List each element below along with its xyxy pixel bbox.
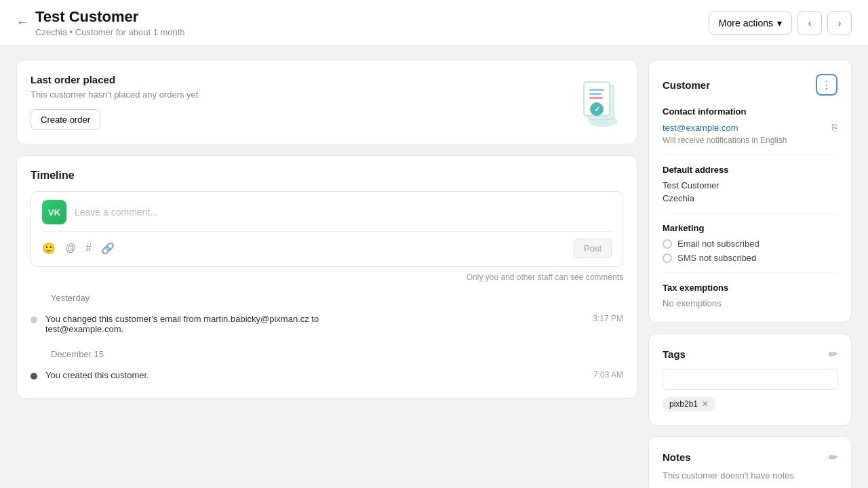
timeline-entry: You changed this customer's email from m…	[31, 310, 623, 338]
divider	[663, 213, 837, 214]
emoji-icon[interactable]: 🙂	[42, 242, 56, 255]
customer-card: Customer ⋮ Contact information test@exam…	[648, 60, 852, 323]
page-subtitle: Czechia • Customer for about 1 month	[35, 27, 185, 37]
more-actions-button[interactable]: More actions ▾	[709, 12, 792, 35]
timeline-date-yesterday: Yesterday	[51, 293, 623, 303]
staff-note: Only you and other staff can see comment…	[31, 272, 623, 282]
notes-title: Notes	[663, 451, 691, 463]
timeline-entry-time: 7:03 AM	[593, 370, 623, 380]
timeline-dot-dark	[31, 373, 37, 380]
divider	[663, 155, 837, 155]
timeline-entries: Yesterday You changed this customer's em…	[31, 293, 623, 384]
left-column: Last order placed This customer hasn't p…	[16, 60, 637, 488]
svg-rect-3	[589, 89, 604, 91]
timeline-entry-row: You created this customer. 7:03 AM	[45, 370, 623, 380]
three-dot-button[interactable]: ⋮	[816, 74, 837, 96]
comment-icons: 🙂 @ # 🔗	[42, 242, 115, 255]
email-subscription-row: Email not subscribed	[663, 239, 837, 249]
main-content: Last order placed This customer hasn't p…	[0, 46, 868, 488]
order-illustration: ✓	[569, 75, 623, 129]
next-arrow-button[interactable]: ›	[827, 11, 852, 35]
tag-badge: pixb2b1 ✕	[663, 396, 715, 411]
prev-arrow-button[interactable]: ‹	[797, 11, 822, 35]
timeline-date-dec15: December 15	[51, 349, 623, 359]
more-actions-label: More actions	[719, 18, 773, 28]
tags-title: Tags	[663, 348, 686, 360]
top-bar-right: More actions ▾ ‹ ›	[709, 11, 852, 35]
customer-card-header: Customer ⋮	[663, 74, 837, 96]
last-order-title: Last order placed	[31, 74, 198, 85]
avatar: VK	[42, 200, 66, 224]
tags-card: Tags ✏ pixb2b1 ✕	[648, 333, 852, 426]
timeline-entry-content: You changed this customer's email from m…	[45, 314, 623, 334]
divider	[663, 272, 837, 273]
email-not-subscribed-text: Email not subscribed	[677, 239, 760, 249]
email-row: test@example.com ⎘	[663, 122, 837, 133]
post-button[interactable]: Post	[574, 239, 612, 258]
timeline-entry-row: You changed this customer's email from m…	[45, 314, 623, 334]
email-link[interactable]: test@example.com	[663, 123, 738, 133]
comment-top: VK Leave a comment...	[42, 200, 612, 224]
hashtag-icon[interactable]: #	[85, 242, 92, 255]
link-icon[interactable]: 🔗	[101, 242, 115, 255]
comment-box: VK Leave a comment... 🙂 @ # 🔗 Post	[31, 191, 623, 267]
timeline-entry-text: You created this customer.	[45, 370, 330, 380]
timeline-entry-text: You changed this customer's email from m…	[45, 314, 330, 334]
tags-list: pixb2b1 ✕	[663, 396, 837, 411]
tags-input[interactable]	[663, 369, 837, 390]
address-name: Test Customer	[663, 180, 837, 190]
tag-label: pixb2b1	[669, 399, 698, 409]
notes-card: Notes ✏ This customer doesn't have notes	[648, 436, 852, 488]
notes-text: This customer doesn't have notes	[663, 470, 837, 481]
back-icon[interactable]: ←	[16, 16, 28, 30]
last-order-text: Last order placed This customer hasn't p…	[31, 74, 198, 130]
top-bar: ← Test Customer Czechia • Customer for a…	[0, 0, 868, 46]
comment-placeholder[interactable]: Leave a comment...	[75, 207, 158, 218]
marketing-label: Marketing	[663, 223, 837, 233]
email-radio	[663, 239, 672, 249]
tags-edit-icon[interactable]: ✏	[829, 348, 837, 361]
timeline-dot	[31, 317, 37, 323]
tags-card-header: Tags ✏	[663, 348, 837, 361]
create-order-button[interactable]: Create order	[31, 109, 100, 130]
timeline-entry-time: 3:17 PM	[593, 314, 623, 323]
chevron-down-icon: ▾	[777, 18, 782, 28]
tag-remove-button[interactable]: ✕	[702, 399, 709, 409]
notification-text: Will receive notifications in English	[663, 136, 837, 145]
page-title: Test Customer	[35, 8, 185, 26]
default-address-label: Default address	[663, 165, 837, 175]
last-order-description: This customer hasn't placed any orders y…	[31, 89, 198, 100]
notes-edit-icon[interactable]: ✏	[829, 451, 837, 464]
svg-rect-4	[589, 93, 601, 95]
top-bar-left: ← Test Customer Czechia • Customer for a…	[16, 8, 185, 37]
timeline-title: Timeline	[31, 169, 623, 182]
tax-exemptions-label: Tax exemptions	[663, 283, 837, 293]
sms-subscription-row: SMS not subscribed	[663, 253, 837, 263]
svg-rect-5	[589, 97, 603, 99]
title-group: Test Customer Czechia • Customer for abo…	[35, 8, 185, 37]
contact-section-label: Contact information	[663, 106, 837, 117]
timeline-section: Timeline VK Leave a comment... 🙂 @ # 🔗 P…	[16, 155, 637, 399]
last-order-card: Last order placed This customer hasn't p…	[16, 60, 637, 144]
timeline-entry: You created this customer. 7:03 AM	[31, 366, 623, 384]
right-column: Customer ⋮ Contact information test@exam…	[648, 60, 852, 488]
no-exemptions-text: No exemptions	[663, 298, 837, 308]
mention-icon[interactable]: @	[65, 242, 76, 255]
sms-radio	[663, 253, 672, 263]
sms-not-subscribed-text: SMS not subscribed	[677, 253, 756, 263]
comment-actions: 🙂 @ # 🔗 Post	[42, 231, 612, 258]
notes-card-header: Notes ✏	[663, 451, 837, 464]
customer-card-title: Customer	[663, 79, 710, 91]
address-country: Czechia	[663, 193, 837, 203]
copy-icon[interactable]: ⎘	[832, 122, 837, 133]
timeline-entry-content: You created this customer. 7:03 AM	[45, 370, 623, 380]
svg-text:✓: ✓	[594, 105, 600, 113]
